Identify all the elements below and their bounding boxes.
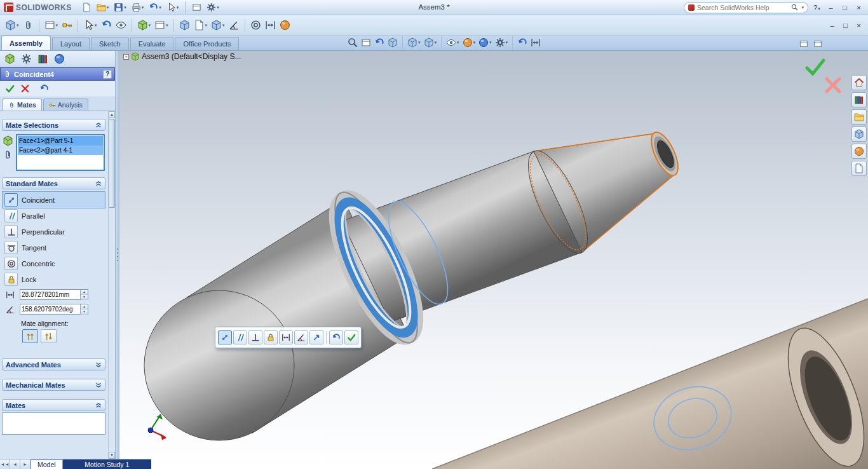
search-input[interactable]	[697, 4, 789, 11]
distance-input[interactable]	[20, 290, 80, 299]
mate-type-parallel[interactable]: Parallel	[3, 208, 105, 224]
spin-down-icon[interactable]: ▼	[81, 295, 88, 300]
tab-evaluate[interactable]: Evaluate	[130, 37, 174, 50]
smart-fasteners-button[interactable]	[60, 19, 74, 32]
explode-line-sketch-button[interactable]	[227, 19, 241, 32]
section-mechanical-mates[interactable]: Mechanical Mates	[2, 379, 105, 391]
save-button[interactable]: ▾	[112, 1, 128, 14]
3d-viewport[interactable]	[119, 51, 868, 469]
document-close-button[interactable]: ×	[853, 22, 864, 29]
scroll-down-arrow[interactable]: ▼	[109, 452, 115, 459]
flip-mate-alignment-button[interactable]	[309, 330, 323, 344]
undo-button[interactable]	[329, 330, 343, 344]
tab-office-products[interactable]: Office Products	[175, 37, 239, 50]
help-button[interactable]: ?	[103, 70, 112, 79]
property-manager-tab[interactable]	[18, 52, 34, 66]
collapse-ribbon-button[interactable]	[812, 37, 824, 50]
assembly-features-button[interactable]: ▾	[136, 19, 153, 32]
coincident-button[interactable]	[218, 330, 232, 344]
section-standard-mates[interactable]: Standard Mates	[2, 177, 105, 189]
display-style-button[interactable]: ▾	[423, 36, 438, 49]
angle-spinner[interactable]: ▲▼	[80, 304, 88, 314]
fullscreen-button[interactable]	[798, 37, 810, 50]
move-component-button[interactable]: ▾	[82, 19, 98, 32]
anti-aligned-button[interactable]	[41, 329, 57, 343]
insert-components-button[interactable]: ▾	[4, 19, 20, 32]
panel-scrollbar[interactable]: ▲ ▼	[108, 111, 115, 459]
zoom-to-area-button[interactable]	[360, 36, 372, 49]
home-icon[interactable]	[851, 75, 867, 90]
mate-type-lock[interactable]: Lock	[3, 271, 105, 287]
selection-item[interactable]: Face<1>@Part 5-1	[18, 136, 103, 146]
select-button[interactable]: ▾	[165, 1, 180, 14]
ok-button[interactable]	[5, 84, 15, 93]
selection-item[interactable]: Face<2>@part 4-1	[18, 146, 103, 155]
tab-layout[interactable]: Layout	[52, 37, 90, 50]
view-settings-button[interactable]: ▾	[494, 36, 510, 49]
angle-input[interactable]	[20, 304, 80, 314]
help-search-box[interactable]: ▾	[684, 2, 808, 13]
angle-button[interactable]	[294, 330, 308, 344]
reference-geometry-button[interactable]: ▾	[153, 19, 170, 32]
view-palette-icon[interactable]	[851, 126, 867, 142]
spin-down-icon[interactable]: ▼	[81, 309, 88, 315]
edit-appearance-button[interactable]: ▾	[461, 36, 477, 49]
new-motion-study-button[interactable]	[178, 19, 191, 32]
scroll-up-arrow[interactable]: ▲	[109, 111, 115, 118]
close-button[interactable]: ×	[853, 4, 864, 11]
rotate-view-button[interactable]	[516, 36, 529, 49]
chevron-down-icon[interactable]: ▾	[801, 5, 804, 10]
help-icon[interactable]: ?▾	[811, 4, 822, 11]
graphics-area[interactable]: + Assem3 (Default<Display S...	[119, 51, 868, 469]
distance-spinner[interactable]: ▲▼	[80, 290, 88, 299]
print-button[interactable]: ▾	[130, 1, 146, 14]
apply-scene-button[interactable]: ▾	[477, 36, 493, 49]
tab-assembly[interactable]: Assembly	[1, 36, 51, 50]
restore-button[interactable]: □	[839, 4, 850, 11]
ok-button[interactable]	[344, 330, 358, 344]
scroll-tabs-right-button[interactable]: ►	[20, 459, 31, 469]
configuration-manager-tab[interactable]	[35, 52, 50, 66]
open-button[interactable]: ▾	[95, 1, 111, 14]
hide-show-items-button[interactable]: ▾	[445, 36, 461, 49]
bill-of-materials-button[interactable]: ▾	[193, 19, 209, 32]
tab-analysis[interactable]: Analysis	[43, 99, 88, 111]
edit-appearance-toolbar-button[interactable]	[278, 19, 292, 32]
measure-button[interactable]	[264, 19, 277, 32]
scroll-tabs-left-button[interactable]: ◄	[10, 459, 20, 469]
search-icon[interactable]	[791, 4, 798, 11]
view-grid-button[interactable]	[191, 1, 203, 14]
spin-up-icon[interactable]: ▲	[81, 304, 88, 309]
expand-tree-icon[interactable]: +	[123, 54, 129, 60]
scroll-thumb[interactable]	[109, 119, 115, 208]
scroll-tabs-first-button[interactable]: ◄◄	[0, 459, 10, 469]
tab-mates[interactable]: Mates	[3, 99, 42, 111]
mate-selections-list[interactable]: Face<1>@Part 5-1 Face<2>@part 4-1	[16, 134, 105, 171]
tab-model[interactable]: Model	[31, 459, 63, 469]
file-explorer-icon[interactable]	[851, 109, 867, 125]
options-button[interactable]: ▾	[205, 1, 220, 14]
parallel-button[interactable]	[233, 330, 247, 344]
pan-button[interactable]	[529, 36, 542, 49]
section-advanced-mates[interactable]: Advanced Mates	[2, 358, 105, 370]
document-restore-button[interactable]: □	[840, 22, 851, 29]
minimize-button[interactable]: –	[825, 4, 836, 11]
undo-button[interactable]	[39, 84, 49, 93]
undo-button[interactable]: ▾	[147, 1, 163, 14]
interference-detection-button[interactable]	[249, 19, 262, 32]
section-view-button[interactable]	[386, 36, 399, 49]
appearance-manager-tab[interactable]	[51, 52, 67, 66]
distance-button[interactable]	[279, 330, 293, 344]
lock-button[interactable]	[264, 330, 278, 344]
aligned-button[interactable]	[22, 329, 38, 343]
rotate-component-button[interactable]	[100, 19, 113, 32]
section-mate-selections[interactable]: Mate Selections	[2, 119, 105, 131]
mate-type-perpendicular[interactable]: Perpendicular	[3, 224, 105, 240]
tab-motion-study-1[interactable]: Motion Study 1	[63, 459, 151, 469]
new-document-button[interactable]	[81, 1, 93, 14]
feature-manager-tab[interactable]	[2, 52, 17, 66]
mate-type-concentric[interactable]: Concentric	[3, 255, 105, 271]
design-library-icon[interactable]	[851, 92, 867, 107]
mate-type-tangent[interactable]: Tangent	[3, 240, 105, 255]
flyout-feature-tree[interactable]: + Assem3 (Default<Display S...	[123, 52, 241, 61]
